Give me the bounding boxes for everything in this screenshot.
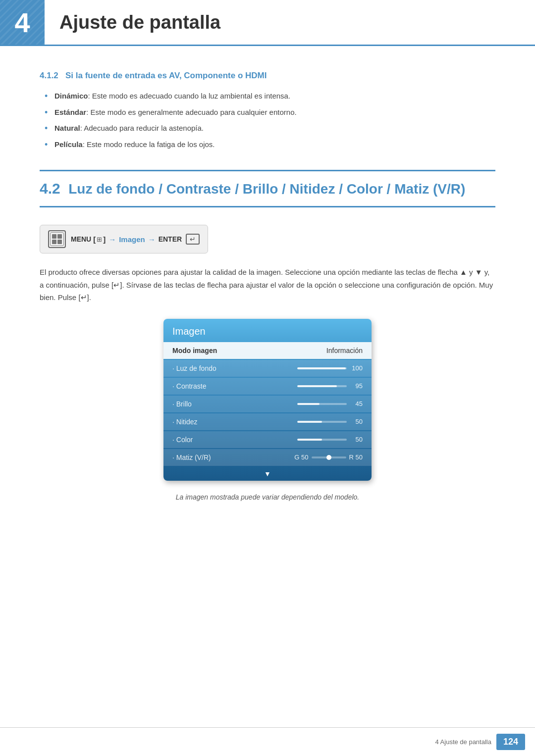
nitidez-label: · Nitidez [172, 418, 198, 426]
body-text: El producto ofrece diversas opciones par… [40, 266, 495, 304]
page-number: 124 [496, 734, 525, 750]
term-pelicula: Película [54, 140, 83, 149]
matiz-slider-track [312, 456, 346, 458]
enter-icon: ↵ [186, 234, 200, 245]
term-natural: Natural [54, 124, 80, 132]
brillo-slider: 45 [297, 400, 363, 407]
color-value: 50 [351, 436, 363, 443]
menu-row-nitidez: · Nitidez 50 [163, 413, 372, 430]
chapter-header: 4 Ajuste de pantalla [0, 0, 535, 46]
luz-fondo-value: 100 [351, 364, 363, 372]
imagen-label: Imagen [119, 235, 145, 244]
scroll-arrow-down: ▼ [163, 467, 372, 481]
matiz-label: · Matiz (V/R) [172, 454, 211, 461]
desc-estandar: : Este modo es generalmente adecuado par… [86, 108, 296, 116]
imagen-menu-panel: Imagen Modo imagen Información · Luz de … [163, 319, 372, 481]
desc-natural: : Adecuado para reducir la astenopía. [80, 124, 204, 132]
matiz-slider-area: G 50 R 50 [294, 454, 363, 461]
panel-title: Imagen [163, 319, 372, 342]
bracket-close: ] [103, 235, 106, 244]
footer-text: 4 Ajuste de pantalla [435, 738, 491, 746]
term-dinamico: Dinámico [54, 92, 88, 100]
menu-row-modo-imagen: Modo imagen Información [163, 342, 372, 359]
page-footer: 4 Ajuste de pantalla 124 [0, 727, 535, 756]
list-item: Película: Este modo reduce la fatiga de … [45, 139, 495, 151]
desc-dinamico: : Este modo es adecuado cuando la luz am… [88, 92, 291, 100]
arrow-1: → [108, 235, 116, 244]
nitidez-slider: 50 [297, 418, 363, 425]
bracket-open: [ [93, 235, 96, 244]
menu-instruction-box: MENU [ ⊞ ] → Imagen → ENTER ↵ [40, 225, 208, 253]
term-estandar: Estándar [54, 108, 86, 116]
menu-icon [48, 230, 66, 248]
subsection-title-text: Si la fuente de entrada es AV, Component… [65, 71, 267, 80]
desc-pelicula: : Este modo reduce la fatiga de los ojos… [83, 140, 215, 149]
contraste-slider: 95 [297, 382, 363, 390]
section-42-heading: 4.2 Luz de fondo / Contraste / Brillo / … [40, 170, 495, 207]
brillo-label: · Brillo [172, 400, 192, 408]
subsection-number: 4.1.2 [40, 71, 58, 80]
menu-row-matiz: · Matiz (V/R) G 50 R 50 [163, 449, 372, 466]
list-item: Dinámico: Este modo es adecuado cuando l… [45, 91, 495, 102]
brillo-value: 45 [351, 400, 363, 407]
list-item: Estándar: Este modo es generalmente adec… [45, 107, 495, 118]
enter-label: ENTER [159, 235, 184, 243]
matiz-g-value: G 50 [294, 454, 308, 461]
color-slider: 50 [297, 436, 363, 443]
menu-row-contraste: · Contraste 95 [163, 378, 372, 395]
menu-row-brillo: · Brillo 45 [163, 396, 372, 412]
menu-panel-wrapper: Imagen Modo imagen Información · Luz de … [40, 319, 495, 481]
modo-imagen-value: Información [326, 347, 363, 354]
contraste-label: · Contraste [172, 382, 206, 390]
nitidez-value: 50 [351, 418, 363, 425]
menu-grid-symbol: ⊞ [97, 236, 102, 243]
menu-label: MENU [71, 235, 93, 243]
bullet-list: Dinámico: Este modo es adecuado cuando l… [45, 91, 495, 150]
menu-row-luz-fondo: · Luz de fondo 100 [163, 360, 372, 377]
matiz-dot [326, 455, 331, 460]
luz-fondo-slider: 100 [297, 364, 363, 372]
subsection-title: 4.1.2 Si la fuente de entrada es AV, Com… [40, 71, 495, 81]
luz-fondo-label: · Luz de fondo [172, 364, 216, 372]
chapter-number: 4 [14, 6, 30, 39]
chapter-title: Ajuste de pantalla [45, 12, 220, 33]
section-42-number: 4.2 [40, 180, 60, 197]
chapter-number-box: 4 [0, 0, 45, 45]
contraste-value: 95 [351, 382, 363, 390]
modo-imagen-label: Modo imagen [172, 347, 217, 354]
section-42-title: Luz de fondo / Contraste / Brillo / Niti… [68, 181, 465, 197]
color-label: · Color [172, 436, 193, 444]
subsection-412: 4.1.2 Si la fuente de entrada es AV, Com… [40, 71, 495, 150]
matiz-r-value: R 50 [349, 454, 363, 461]
menu-row-color: · Color 50 [163, 431, 372, 448]
panel-caption: La imagen mostrada puede variar dependie… [40, 493, 495, 501]
arrow-2: → [148, 235, 156, 244]
list-item: Natural: Adecuado para reducir la asteno… [45, 123, 495, 134]
main-content: 4.1.2 Si la fuente de entrada es AV, Com… [0, 71, 535, 560]
